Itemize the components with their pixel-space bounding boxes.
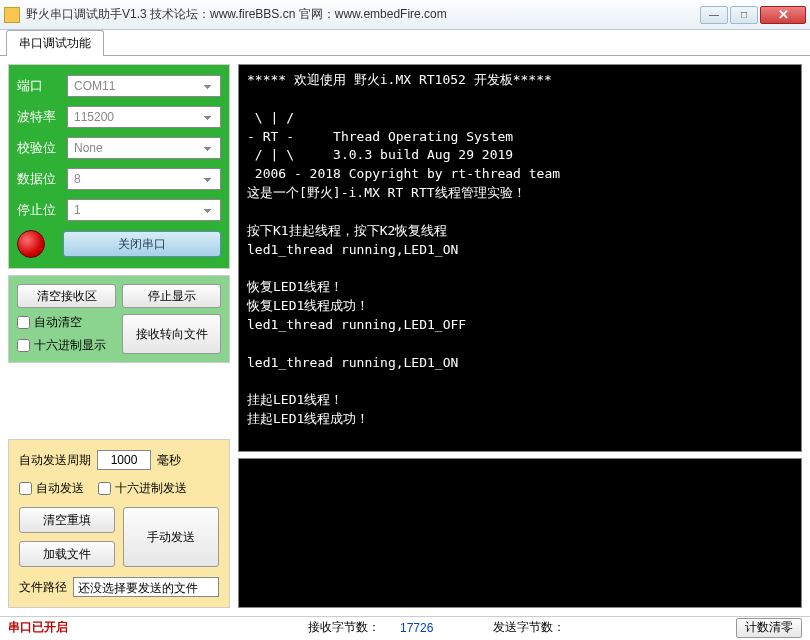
port-status: 串口已开启 bbox=[8, 619, 68, 636]
clear-receive-button[interactable]: 清空接收区 bbox=[17, 284, 116, 308]
stop-display-button[interactable]: 停止显示 bbox=[122, 284, 221, 308]
period-unit: 毫秒 bbox=[157, 452, 181, 469]
hex-send-checkbox[interactable]: 十六进制发送 bbox=[98, 480, 187, 497]
receive-control-panel: 清空接收区 停止显示 自动清空 接收转向文件 十六进制显示 bbox=[8, 275, 230, 363]
stopbits-select[interactable]: 1 bbox=[67, 199, 221, 221]
parity-label: 校验位 bbox=[17, 139, 67, 157]
auto-send-checkbox[interactable]: 自动发送 bbox=[19, 480, 84, 497]
minimize-button[interactable]: — bbox=[700, 6, 728, 24]
clear-refill-button[interactable]: 清空重填 bbox=[19, 507, 115, 533]
redirect-file-button[interactable]: 接收转向文件 bbox=[122, 314, 221, 354]
receive-terminal[interactable]: ***** 欢迎使用 野火i.MX RT1052 开发板***** \ | / … bbox=[238, 64, 802, 452]
window-title: 野火串口调试助手V1.3 技术论坛：www.fireBBS.cn 官网：www.… bbox=[26, 6, 447, 23]
recv-bytes-label: 接收字节数： bbox=[308, 619, 380, 636]
period-input[interactable] bbox=[97, 450, 151, 470]
databits-select[interactable]: 8 bbox=[67, 168, 221, 190]
send-terminal[interactable] bbox=[238, 458, 802, 608]
reset-counter-button[interactable]: 计数清零 bbox=[736, 618, 802, 638]
maximize-button[interactable]: □ bbox=[730, 6, 758, 24]
stopbits-label: 停止位 bbox=[17, 201, 67, 219]
port-select[interactable]: COM11 bbox=[67, 75, 221, 97]
parity-select[interactable]: None bbox=[67, 137, 221, 159]
period-label: 自动发送周期 bbox=[19, 452, 91, 469]
hex-display-checkbox[interactable]: 十六进制显示 bbox=[17, 337, 116, 354]
manual-send-button[interactable]: 手动发送 bbox=[123, 507, 219, 567]
serial-config-panel: 端口 COM11 波特率 115200 校验位 None 数据位 8 停止位 1 bbox=[8, 64, 230, 269]
titlebar: 野火串口调试助手V1.3 技术论坛：www.fireBBS.cn 官网：www.… bbox=[0, 0, 810, 30]
send-bytes-label: 发送字节数： bbox=[493, 619, 565, 636]
close-port-button[interactable]: 关闭串口 bbox=[63, 231, 221, 257]
statusbar: 串口已开启 接收字节数： 17726 发送字节数： 计数清零 bbox=[0, 616, 810, 638]
port-label: 端口 bbox=[17, 77, 67, 95]
app-icon bbox=[4, 7, 20, 23]
file-path-field[interactable]: 还没选择要发送的文件 bbox=[73, 577, 219, 597]
tabstrip: 串口调试功能 bbox=[0, 32, 810, 56]
send-control-panel: 自动发送周期 毫秒 自动发送 十六进制发送 清空重填 手动发送 加载文件 文件路… bbox=[8, 439, 230, 608]
baud-select[interactable]: 115200 bbox=[67, 106, 221, 128]
tab-serial-debug[interactable]: 串口调试功能 bbox=[6, 30, 104, 56]
recv-bytes-value: 17726 bbox=[400, 621, 433, 635]
close-button[interactable]: ✕ bbox=[760, 6, 806, 24]
auto-clear-checkbox[interactable]: 自动清空 bbox=[17, 314, 116, 331]
connection-led-icon bbox=[17, 230, 45, 258]
baud-label: 波特率 bbox=[17, 108, 67, 126]
databits-label: 数据位 bbox=[17, 170, 67, 188]
load-file-button[interactable]: 加载文件 bbox=[19, 541, 115, 567]
file-path-label: 文件路径 bbox=[19, 579, 67, 596]
